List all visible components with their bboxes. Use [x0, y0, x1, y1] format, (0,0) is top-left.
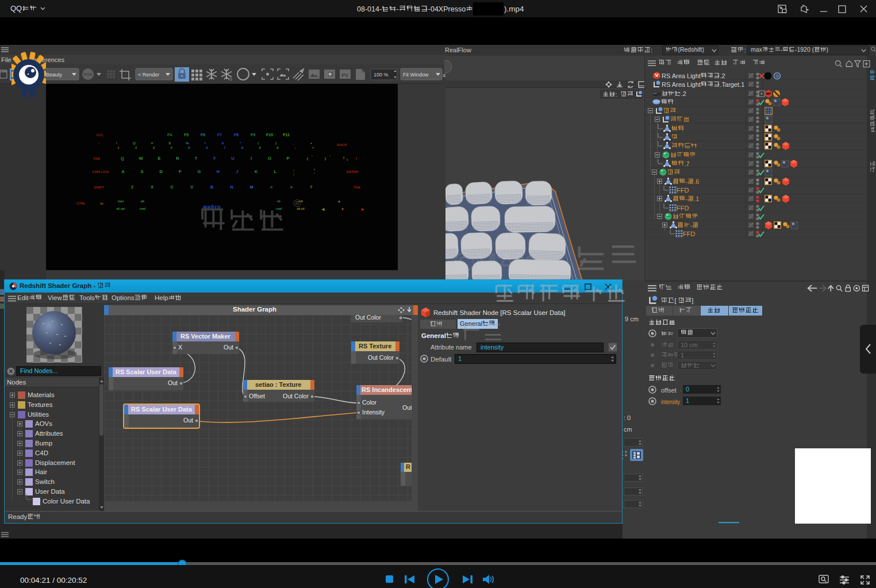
svg-text::: :	[744, 47, 746, 53]
svg-text:setiao : Texture: setiao : Texture	[255, 381, 302, 388]
svg-text:▶: ▶	[361, 207, 364, 211]
svg-text:8: 8	[241, 146, 244, 149]
svg-text:4: 4	[171, 146, 173, 149]
svg-text:[: [	[675, 297, 677, 304]
svg-text:.1: .1	[694, 195, 699, 202]
svg-text:CAPS LOCK: CAPS LOCK	[92, 170, 109, 174]
svg-text:9 cm: 9 cm	[625, 316, 639, 322]
svg-text:]: ]	[691, 297, 693, 304]
svg-text:C: C	[170, 185, 174, 190]
svg-text:< Render: < Render	[138, 72, 159, 78]
svg-text:|: |	[343, 156, 344, 159]
svg-text:V: V	[190, 185, 193, 190]
svg-text:_: _	[292, 141, 295, 145]
svg-text:): )	[827, 47, 829, 53]
svg-text:Redshift Shader Node [RS Scala: Redshift Shader Node [RS Scalar User Dat…	[433, 309, 565, 316]
svg-text:*: *	[240, 141, 241, 145]
svg-text:-: -	[781, 47, 783, 53]
svg-text:Offset: Offset	[249, 393, 265, 399]
svg-text:-: -	[98, 141, 99, 145]
svg-text:1: 1	[117, 146, 120, 149]
svg-text:alt: alt	[141, 199, 144, 203]
svg-text:\: \	[347, 158, 348, 162]
svg-text:F9: F9	[251, 133, 255, 137]
svg-text:-: -	[685, 178, 687, 185]
svg-text:RS Scalar User Data: RS Scalar User Data	[131, 406, 193, 413]
svg-text:=: =	[312, 146, 314, 149]
svg-text:F6: F6	[201, 133, 205, 137]
svg-text:P: P	[286, 156, 289, 161]
svg-text:@: @	[133, 141, 136, 145]
svg-text:QQ: QQ	[10, 5, 22, 13]
svg-text:F11: F11	[283, 133, 290, 137]
svg-text:L: L	[274, 169, 277, 174]
svg-text:!: !	[116, 141, 117, 145]
svg-text:": "	[314, 168, 316, 172]
svg-text:Out Color: Out Color	[355, 314, 381, 321]
svg-text:Ready: Ready	[8, 513, 27, 520]
svg-text:cmd: cmd	[140, 207, 145, 210]
svg-text:fn: fn	[100, 202, 103, 205]
svg-text:100 %: 100 %	[374, 72, 389, 78]
svg-text:FFD: FFD	[683, 230, 695, 237]
svg-text:alt opt: alt opt	[117, 207, 125, 210]
svg-text:G: G	[229, 76, 232, 82]
svg-text:Z: Z	[131, 185, 134, 190]
svg-text:B: B	[210, 185, 214, 190]
svg-text:;: ;	[293, 172, 294, 176]
svg-text:-: -	[685, 195, 687, 202]
svg-text:View: View	[48, 294, 62, 301]
svg-text:.2: .2	[681, 90, 686, 97]
svg-text:-04XPresso: -04XPresso	[428, 5, 466, 13]
svg-text:-1920 (: -1920 (	[795, 47, 814, 53]
svg-text:M: M	[249, 185, 253, 190]
svg-text:Beauty: Beauty	[46, 72, 63, 78]
svg-text:(Redshift): (Redshift)	[678, 47, 704, 53]
svg-text:Intensity: Intensity	[362, 409, 385, 416]
svg-text:$: $	[169, 141, 171, 145]
svg-text:': '	[314, 172, 315, 176]
svg-text:K: K	[255, 169, 258, 174]
svg-text:▼: ▼	[341, 207, 344, 211]
svg-text:FFD: FFD	[677, 205, 689, 212]
svg-text:6: 6	[206, 146, 208, 149]
svg-text:TAB: TAB	[354, 186, 361, 189]
svg-text:(: (	[258, 141, 259, 145]
svg-text:10 cm: 10 cm	[681, 341, 698, 348]
svg-text:TAB: TAB	[93, 157, 101, 160]
svg-text:.7: .7	[684, 160, 689, 167]
svg-text:RS Area Light: RS Area Light	[662, 72, 701, 79]
svg-text:F: F	[179, 169, 182, 174]
svg-text:Redshift Shader Graph -: Redshift Shader Graph -	[20, 282, 95, 289]
svg-text:CTRL: CTRL	[76, 202, 86, 205]
svg-text:PV: PV	[341, 72, 348, 78]
svg-text:2: 2	[135, 146, 137, 149]
svg-text:W: W	[139, 156, 143, 161]
svg-text:F7: F7	[217, 133, 222, 137]
svg-text:J: J	[236, 169, 239, 174]
svg-text:H: H	[217, 169, 220, 174]
svg-text:Out: Out	[183, 417, 193, 424]
svg-text:5: 5	[188, 146, 190, 149]
svg-text:RS Incandescent: RS Incandescent	[362, 386, 413, 393]
svg-text:9: 9	[259, 146, 262, 149]
svg-text:D: D	[159, 169, 163, 174]
svg-text:Out: Out	[168, 380, 178, 386]
svg-text:A: A	[121, 169, 125, 174]
svg-text:>: >	[290, 185, 293, 190]
svg-text:Q: Q	[121, 156, 124, 161]
svg-text:: 0: : 0	[624, 414, 631, 421]
svg-text:): )	[275, 141, 276, 145]
svg-text:}: }	[325, 157, 326, 160]
svg-text:FFD: FFD	[677, 187, 689, 194]
svg-text:F5: F5	[184, 133, 189, 137]
svg-text:T: T	[195, 156, 198, 161]
svg-text:Default: Default	[431, 356, 452, 363]
svg-text:▲: ▲	[337, 199, 341, 203]
svg-text:Options: Options	[112, 294, 135, 301]
svg-text:SHIFT: SHIFT	[94, 186, 104, 189]
svg-text:start: start	[118, 199, 124, 203]
svg-text:0: 0	[276, 146, 279, 149]
svg-text:F4: F4	[167, 133, 172, 137]
svg-text:©MAX: ©MAX	[454, 248, 534, 278]
